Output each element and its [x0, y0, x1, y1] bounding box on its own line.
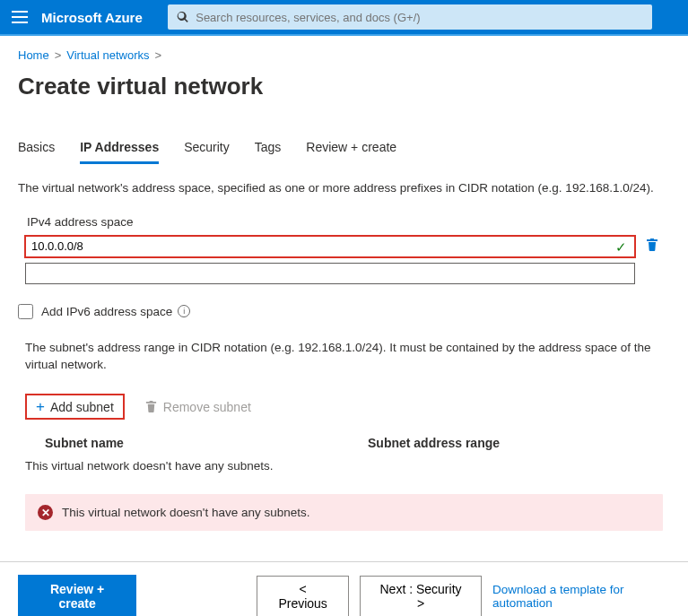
tab-security[interactable]: Security — [184, 140, 230, 164]
remove-subnet-label: Remove subnet — [163, 400, 251, 414]
trash-icon — [645, 238, 659, 252]
plus-icon: + — [36, 399, 45, 414]
next-button[interactable]: Next : Security > — [360, 576, 482, 616]
breadcrumb-sep: > — [55, 48, 62, 62]
breadcrumb: Home > Virtual networks > — [18, 48, 670, 62]
search-icon — [177, 11, 188, 23]
add-subnet-label: Add subnet — [50, 400, 114, 414]
info-icon[interactable]: i — [178, 305, 190, 317]
download-template-link[interactable]: Download a template for automation — [492, 583, 670, 610]
search-box[interactable] — [168, 4, 652, 30]
delete-address-button[interactable] — [640, 238, 664, 255]
hamburger-icon — [12, 11, 28, 23]
subnet-col-range: Subnet address range — [368, 436, 500, 450]
svg-rect-1 — [12, 16, 28, 18]
subnet-col-name: Subnet name — [45, 436, 368, 450]
subnet-table-header: Subnet name Subnet address range — [45, 436, 670, 450]
error-icon: ✕ — [38, 505, 53, 520]
breadcrumb-sep: > — [155, 48, 162, 62]
previous-button[interactable]: < Previous — [257, 576, 349, 616]
review-create-button[interactable]: Review + create — [18, 575, 136, 616]
page-title: Create virtual network — [18, 73, 670, 100]
ipv4-address-input-empty-row — [25, 263, 635, 284]
tab-basics[interactable]: Basics — [18, 140, 55, 164]
azure-top-bar: Microsoft Azure — [0, 0, 688, 34]
brand-label: Microsoft Azure — [39, 10, 152, 25]
remove-subnet-button: Remove subnet — [137, 395, 258, 420]
hamburger-menu-button[interactable] — [0, 0, 39, 34]
breadcrumb-virtual-networks[interactable]: Virtual networks — [66, 48, 149, 62]
search-container — [152, 1, 688, 33]
tab-bar: Basics IP Addresses Security Tags Review… — [18, 140, 670, 164]
ipv4-address-input-row: ✓ — [25, 236, 635, 257]
check-icon: ✓ — [615, 239, 627, 256]
ipv6-checkbox-row: Add IPv6 address space i — [18, 304, 670, 319]
error-alert: ✕ This virtual network doesn't have any … — [25, 494, 663, 531]
svg-rect-0 — [12, 11, 28, 13]
subnet-description: The subnet's address range in CIDR notat… — [25, 339, 666, 374]
svg-rect-2 — [12, 22, 28, 23]
tab-review-create[interactable]: Review + create — [306, 140, 396, 164]
breadcrumb-home[interactable]: Home — [18, 48, 49, 62]
ipv4-address-input-empty[interactable] — [31, 264, 629, 283]
ipv4-description: The virtual network's address space, spe… — [18, 180, 670, 197]
ipv6-checkbox-label: Add IPv6 address space — [41, 305, 172, 318]
add-subnet-button[interactable]: + Add subnet — [25, 394, 125, 420]
search-input[interactable] — [196, 11, 643, 24]
trash-icon — [144, 400, 158, 413]
error-text: This virtual network doesn't have any su… — [62, 506, 309, 519]
tab-ip-addresses[interactable]: IP Addresses — [80, 140, 159, 164]
ipv4-address-input[interactable] — [31, 237, 607, 256]
footer-bar: Review + create < Previous Next : Securi… — [0, 562, 688, 616]
ipv4-label: IPv4 address space — [27, 215, 670, 229]
tab-tags[interactable]: Tags — [255, 140, 282, 164]
ipv6-checkbox[interactable] — [18, 304, 33, 319]
subnet-table-empty: This virtual network doesn't have any su… — [25, 459, 670, 473]
